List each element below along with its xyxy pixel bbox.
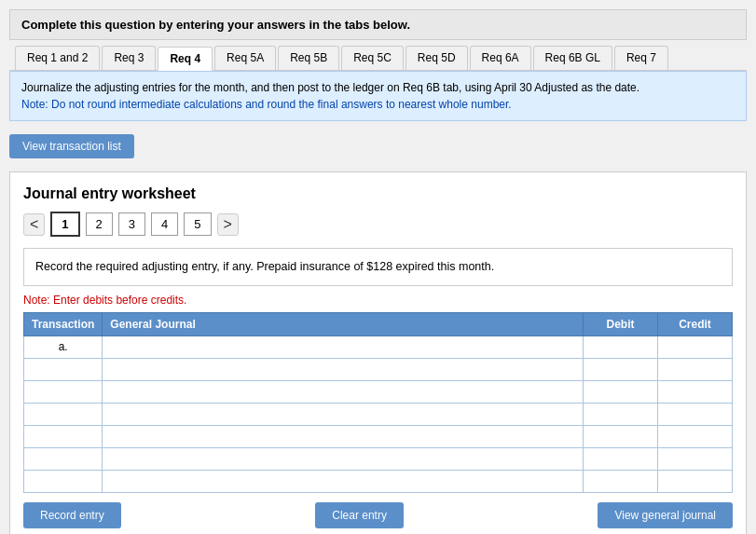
credit-cell-2[interactable] — [658, 358, 733, 380]
tabs-row: Req 1 and 2 Req 3 Req 4 Req 5A Req 5B Re… — [9, 40, 747, 71]
col-credit: Credit — [658, 312, 733, 335]
credit-cell-5[interactable] — [658, 425, 733, 447]
transaction-cell-6 — [24, 447, 103, 470]
transaction-cell-3 — [24, 380, 103, 403]
journal-cell-4[interactable] — [103, 403, 584, 425]
tab-req6a[interactable]: Req 6A — [470, 46, 531, 70]
tab-req5a[interactable]: Req 5A — [214, 46, 276, 70]
journal-table: Transaction General Journal Debit Credit… — [23, 312, 733, 493]
page-3[interactable]: 3 — [118, 212, 145, 236]
debit-cell-2[interactable] — [584, 358, 658, 380]
credit-cell-3[interactable] — [658, 380, 733, 403]
entry-description: Record the required adjusting entry, if … — [23, 248, 733, 286]
worksheet-title: Journal entry worksheet — [23, 185, 733, 202]
info-box: Journalize the adjusting entries for the… — [9, 71, 747, 121]
debit-cell-1[interactable] — [584, 335, 658, 358]
transaction-cell-5 — [24, 425, 103, 447]
clear-entry-button[interactable]: Clear entry — [315, 502, 404, 528]
debit-cell-5[interactable] — [584, 425, 658, 447]
page-2[interactable]: 2 — [86, 212, 113, 236]
note-debits-credits: Note: Enter debits before credits. — [23, 294, 733, 307]
debit-cell-3[interactable] — [584, 380, 658, 403]
col-debit: Debit — [584, 312, 658, 335]
tab-req3[interactable]: Req 3 — [102, 46, 156, 70]
journal-cell-5[interactable] — [103, 425, 584, 447]
table-row — [24, 425, 733, 447]
tab-req7[interactable]: Req 7 — [614, 46, 668, 70]
table-row — [24, 403, 733, 425]
transaction-cell-2 — [24, 358, 103, 380]
col-general-journal: General Journal — [103, 312, 584, 335]
journal-cell-6[interactable] — [103, 447, 584, 470]
journal-cell-1[interactable] — [103, 335, 584, 358]
info-main-text: Journalize the adjusting entries for the… — [21, 81, 639, 94]
journal-cell-2[interactable] — [103, 358, 584, 380]
table-row — [24, 380, 733, 403]
record-entry-button[interactable]: Record entry — [23, 502, 121, 528]
view-general-journal-button[interactable]: View general journal — [598, 502, 733, 528]
debit-cell-7[interactable] — [584, 470, 658, 492]
transaction-cell-1: a. — [24, 335, 103, 358]
tab-req5c[interactable]: Req 5C — [341, 46, 404, 70]
transaction-cell-7 — [24, 470, 103, 492]
bottom-buttons: Record entry Clear entry View general jo… — [23, 502, 733, 528]
credit-cell-1[interactable] — [658, 335, 733, 358]
tab-req5d[interactable]: Req 5D — [405, 46, 468, 70]
page-1[interactable]: 1 — [50, 212, 79, 237]
credit-cell-7[interactable] — [658, 470, 733, 492]
info-note-text: Note: Do not round intermediate calculat… — [21, 98, 512, 111]
prev-page-arrow[interactable]: < — [23, 213, 45, 236]
table-row — [24, 470, 733, 492]
page-5[interactable]: 5 — [184, 212, 211, 236]
credit-cell-4[interactable] — [658, 403, 733, 425]
debit-cell-4[interactable] — [584, 403, 658, 425]
journal-cell-3[interactable] — [103, 380, 584, 403]
credit-cell-6[interactable] — [658, 447, 733, 470]
view-transaction-button[interactable]: View transaction list — [9, 134, 134, 158]
tab-req1and2[interactable]: Req 1 and 2 — [15, 46, 100, 70]
instruction-bar: Complete this question by entering your … — [9, 9, 747, 40]
next-page-arrow[interactable]: > — [217, 213, 239, 236]
tab-req4[interactable]: Req 4 — [158, 47, 213, 71]
journal-cell-7[interactable] — [103, 470, 584, 492]
pagination-row: < 1 2 3 4 5 > — [23, 212, 733, 237]
tab-req6bgl[interactable]: Req 6B GL — [533, 46, 612, 70]
transaction-cell-4 — [24, 403, 103, 425]
debit-cell-6[interactable] — [584, 447, 658, 470]
col-transaction: Transaction — [24, 312, 103, 335]
page-4[interactable]: 4 — [151, 212, 178, 236]
worksheet-container: Journal entry worksheet < 1 2 3 4 5 > Re… — [9, 171, 747, 534]
table-row — [24, 358, 733, 380]
table-row — [24, 447, 733, 470]
tab-req5b[interactable]: Req 5B — [278, 46, 339, 70]
table-row: a. — [24, 335, 733, 358]
